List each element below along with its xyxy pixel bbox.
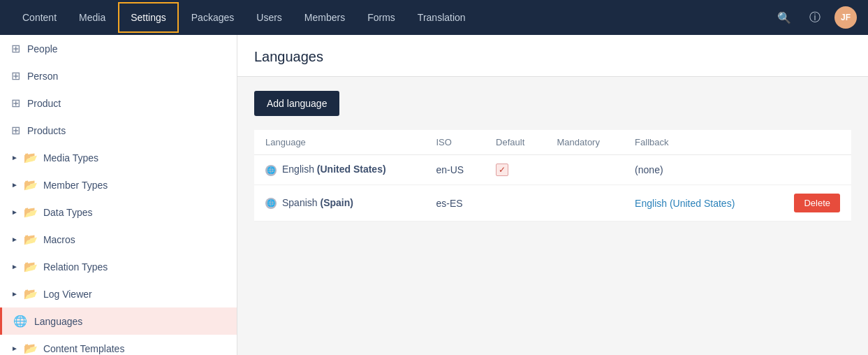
col-header-mandatory: Mandatory	[546, 130, 624, 155]
chevron-right-icon: ►	[11, 154, 18, 161]
sidebar-label-media-types: Media Types	[43, 152, 98, 164]
lang-before: Spanish	[282, 197, 320, 208]
folder-icon-log-viewer: 📂	[24, 287, 38, 300]
add-language-button[interactable]: Add language	[254, 91, 339, 116]
sidebar-group-relation-types[interactable]: ► 📂 Relation Types	[0, 253, 237, 280]
chevron-right-icon: ►	[11, 345, 18, 352]
chevron-right-icon: ►	[11, 208, 18, 216]
cell-language: 🌐Spanish (Spain)	[254, 185, 425, 222]
cell-mandatory	[546, 155, 624, 185]
avatar[interactable]: JF	[834, 6, 857, 29]
default-checkbox[interactable]: ✓	[496, 164, 508, 176]
table-header: Language ISO Default Mandatory Fallback	[254, 130, 851, 155]
delete-button[interactable]: Delete	[794, 194, 840, 212]
nav-translation[interactable]: Translation	[406, 0, 477, 35]
folder-icon-member-types: 📂	[24, 178, 38, 191]
grid-icon-products: ⊞	[11, 124, 20, 137]
col-header-iso: ISO	[425, 130, 485, 155]
nav-media[interactable]: Media	[68, 0, 117, 35]
sidebar-item-languages[interactable]: 🌐 Languages	[0, 307, 237, 335]
main-layout: ⊞ People ⊞ Person ⊞ Product ⊞ Products ►…	[0, 35, 868, 355]
chevron-right-icon: ►	[11, 263, 18, 270]
cell-fallback[interactable]: English (United States)	[624, 185, 770, 222]
cell-iso: en-US	[425, 155, 485, 185]
sidebar-label-product: Product	[27, 98, 61, 109]
chevron-right-icon: ►	[11, 290, 18, 298]
cell-actions: Delete	[770, 185, 851, 222]
sidebar-label-languages: Languages	[34, 316, 82, 327]
nav-right-actions: 🔍 ⓘ JF	[773, 6, 857, 29]
sidebar-group-data-types[interactable]: ► 📂 Data Types	[0, 198, 237, 226]
folder-icon-macros: 📂	[24, 233, 38, 246]
folder-icon-media-types: 📂	[24, 151, 38, 164]
sidebar-label-macros: Macros	[43, 234, 75, 245]
table-header-row: Language ISO Default Mandatory Fallback	[254, 130, 851, 155]
sidebar-group-log-viewer[interactable]: ► 📂 Log Viewer	[0, 280, 237, 307]
globe-icon: 🌐	[13, 314, 27, 328]
sidebar-label-relation-types: Relation Types	[43, 261, 108, 273]
search-icon[interactable]: 🔍	[773, 6, 795, 29]
sidebar-item-products[interactable]: ⊞ Products	[0, 117, 237, 144]
globe-small-icon: 🌐	[265, 165, 277, 176]
sidebar-label-member-types: Member Types	[43, 180, 108, 191]
cell-actions	[770, 155, 851, 185]
sidebar-item-person[interactable]: ⊞ Person	[0, 62, 237, 89]
nav-users[interactable]: Users	[245, 0, 293, 35]
cell-default	[485, 185, 545, 222]
table-row: 🌐Spanish (Spain)es-ESEnglish (United Sta…	[254, 185, 851, 222]
chevron-right-icon: ►	[11, 181, 18, 189]
col-header-language: Language	[254, 130, 425, 155]
cell-fallback: (none)	[624, 155, 770, 185]
grid-icon-product: ⊞	[11, 96, 20, 110]
folder-icon-data-types: 📂	[24, 205, 38, 219]
content-header: Languages	[237, 35, 868, 77]
lang-bold: (Spain)	[320, 197, 353, 208]
sidebar-group-media-types[interactable]: ► 📂 Media Types	[0, 144, 237, 171]
help-icon[interactable]: ⓘ	[804, 6, 826, 29]
nav-forms[interactable]: Forms	[356, 0, 406, 35]
cell-language: 🌐English (United States)	[254, 155, 425, 185]
sidebar-item-people[interactable]: ⊞ People	[0, 35, 237, 62]
folder-icon-relation-types: 📂	[24, 260, 38, 273]
cell-iso: es-ES	[425, 185, 485, 222]
content-body: Add language Language ISO Default Mandat…	[237, 77, 868, 236]
sidebar-label-person: Person	[27, 71, 58, 82]
nav-packages[interactable]: Packages	[180, 0, 245, 35]
nav-members[interactable]: Members	[293, 0, 356, 35]
nav-content[interactable]: Content	[11, 0, 68, 35]
top-navigation: Content Media Settings Packages Users Me…	[0, 0, 868, 35]
grid-icon-people: ⊞	[11, 42, 20, 55]
sidebar: ⊞ People ⊞ Person ⊞ Product ⊞ Products ►…	[0, 35, 237, 355]
sidebar-label-data-types: Data Types	[43, 207, 93, 218]
sidebar-group-member-types[interactable]: ► 📂 Member Types	[0, 171, 237, 198]
folder-icon-content-templates: 📂	[24, 342, 38, 355]
lang-bold: (United States)	[317, 164, 386, 175]
languages-table: Language ISO Default Mandatory Fallback …	[254, 130, 851, 222]
cell-mandatory	[546, 185, 624, 222]
grid-icon-person: ⊞	[11, 69, 20, 82]
col-header-default: Default	[485, 130, 545, 155]
sidebar-label-people: People	[27, 43, 58, 55]
nav-items: Content Media Settings Packages Users Me…	[11, 0, 773, 35]
table-body: 🌐English (United States)en-US✓(none)🌐Spa…	[254, 155, 851, 222]
cell-default: ✓	[485, 155, 545, 185]
table-row: 🌐English (United States)en-US✓(none)	[254, 155, 851, 185]
col-header-actions	[770, 130, 851, 155]
sidebar-label-content-templates: Content Templates	[43, 343, 124, 354]
content-area: Languages Add language Language ISO Defa…	[237, 35, 868, 355]
sidebar-group-content-templates[interactable]: ► 📂 Content Templates	[0, 335, 237, 355]
globe-small-icon: 🌐	[265, 198, 277, 209]
sidebar-item-product[interactable]: ⊞ Product	[0, 89, 237, 117]
col-header-fallback: Fallback	[624, 130, 770, 155]
page-title: Languages	[254, 49, 851, 65]
lang-before: English	[282, 164, 317, 175]
sidebar-label-log-viewer: Log Viewer	[43, 289, 92, 300]
sidebar-group-macros[interactable]: ► 📂 Macros	[0, 226, 237, 253]
nav-settings[interactable]: Settings	[118, 2, 179, 33]
sidebar-label-products: Products	[27, 125, 66, 136]
fallback-link[interactable]: English (United States)	[635, 198, 735, 209]
chevron-right-icon: ►	[11, 236, 18, 243]
